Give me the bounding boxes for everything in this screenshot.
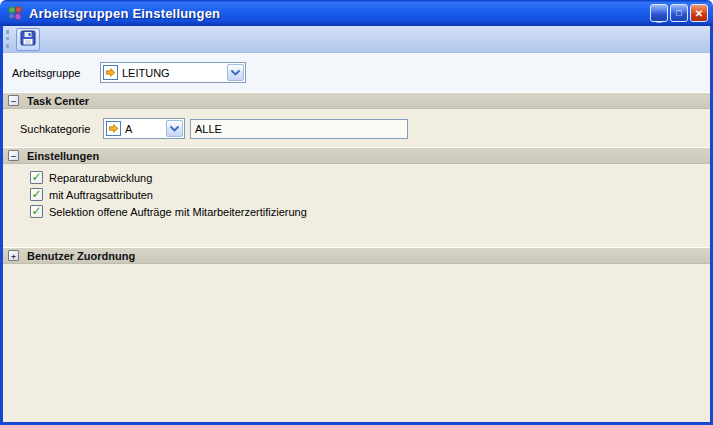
checkbox-reparaturabwicklung[interactable]: ✓ bbox=[30, 171, 43, 184]
window-body: Arbeitsgruppe LEITUNG bbox=[0, 26, 713, 425]
suchkategorie-value: A bbox=[123, 123, 165, 135]
check-icon: ✓ bbox=[31, 189, 41, 199]
collapse-icon[interactable]: − bbox=[8, 95, 19, 106]
checkbox-label: Reparaturabwicklung bbox=[49, 172, 152, 184]
task-center-content: Suchkategorie A bbox=[3, 109, 710, 147]
workgroup-icon bbox=[7, 5, 24, 21]
title-bar[interactable]: Arbeitsgruppen Einstellungen _ □ ✕ bbox=[0, 0, 713, 26]
section-header-einstellungen[interactable]: − Einstellungen bbox=[3, 147, 710, 164]
arbeitsgruppe-combobox[interactable]: LEITUNG bbox=[100, 62, 246, 83]
save-icon bbox=[20, 30, 36, 49]
check-icon: ✓ bbox=[31, 172, 41, 182]
suchkategorie-label: Suchkategorie bbox=[20, 123, 103, 135]
app-window: Arbeitsgruppen Einstellungen _ □ ✕ bbox=[0, 0, 713, 425]
maximize-button[interactable]: □ bbox=[670, 4, 688, 22]
toolbar-grip-handle[interactable] bbox=[6, 30, 12, 48]
benutzer-zuordnung-title: Benutzer Zuordnung bbox=[27, 250, 135, 262]
chevron-down-icon bbox=[231, 70, 240, 76]
maximize-icon: □ bbox=[676, 9, 681, 18]
checkbox-label: mit Auftragsattributen bbox=[49, 189, 153, 201]
orange-arrow-right-icon bbox=[103, 65, 118, 80]
chevron-down-icon bbox=[170, 126, 179, 132]
suchkategorie-combobox[interactable]: A bbox=[103, 118, 185, 139]
arbeitsgruppe-panel: Arbeitsgruppe LEITUNG bbox=[3, 53, 710, 92]
orange-arrow-right-icon bbox=[106, 121, 121, 136]
arbeitsgruppe-label: Arbeitsgruppe bbox=[12, 67, 100, 79]
checkbox-row-selektion-offene-auftraege: ✓ Selektion offene Aufträge mit Mitarbei… bbox=[30, 205, 710, 218]
einstellungen-title: Einstellungen bbox=[27, 150, 99, 162]
minimize-button[interactable]: _ bbox=[650, 4, 668, 22]
toolbar bbox=[3, 26, 710, 53]
checkbox-auftragsattributen[interactable]: ✓ bbox=[30, 188, 43, 201]
task-center-title: Task Center bbox=[27, 95, 89, 107]
expand-icon[interactable]: + bbox=[8, 250, 19, 261]
einstellungen-content: ✓ Reparaturabwicklung ✓ mit Auftragsattr… bbox=[3, 164, 710, 247]
section-header-benutzer-zuordnung[interactable]: + Benutzer Zuordnung bbox=[3, 247, 710, 264]
window-title: Arbeitsgruppen Einstellungen bbox=[29, 6, 650, 21]
checkbox-row-auftragsattributen: ✓ mit Auftragsattributen bbox=[30, 188, 710, 201]
suchkategorie-text-input[interactable] bbox=[190, 119, 408, 139]
checkbox-row-reparaturabwicklung: ✓ Reparaturabwicklung bbox=[30, 171, 710, 184]
arbeitsgruppe-value: LEITUNG bbox=[120, 67, 226, 79]
close-icon: ✕ bbox=[695, 8, 703, 19]
arbeitsgruppe-dropdown-button[interactable] bbox=[227, 64, 244, 81]
save-button[interactable] bbox=[16, 28, 40, 51]
minimize-icon: _ bbox=[656, 16, 662, 20]
check-icon: ✓ bbox=[31, 206, 41, 216]
checkbox-label: Selektion offene Aufträge mit Mitarbeite… bbox=[49, 206, 307, 218]
suchkategorie-row: Suchkategorie A bbox=[3, 118, 710, 139]
arbeitsgruppe-row: Arbeitsgruppe LEITUNG bbox=[3, 62, 710, 83]
window-controls: _ □ ✕ bbox=[650, 4, 708, 22]
close-button[interactable]: ✕ bbox=[690, 4, 708, 22]
collapse-icon[interactable]: − bbox=[8, 150, 19, 161]
suchkategorie-dropdown-button[interactable] bbox=[166, 120, 183, 137]
checkbox-selektion-offene-auftraege[interactable]: ✓ bbox=[30, 205, 43, 218]
section-header-task-center[interactable]: − Task Center bbox=[3, 92, 710, 109]
